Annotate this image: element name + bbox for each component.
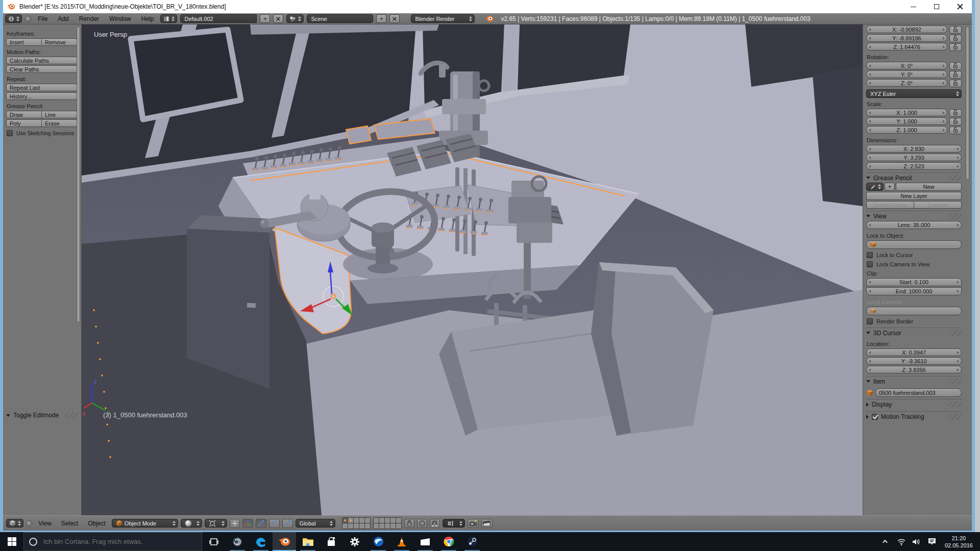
menu-add[interactable]: Add [54,15,72,22]
motion-tracking-panel-header[interactable]: Motion Tracking [866,411,962,421]
lock-rotation-z[interactable] [949,80,962,87]
rotation-z-field[interactable]: Z: 0° [866,79,947,87]
dimensions-y-field[interactable]: Y: 3.293 [866,154,962,161]
cortana-search-input[interactable] [42,537,185,546]
clear-paths-button[interactable]: Clear Paths [6,65,77,73]
taskbar-edge[interactable] [249,532,273,551]
gp-new-layer-button[interactable]: New Layer [866,192,962,200]
cursor-x-field[interactable]: X: 0.3947 [866,348,962,356]
lock-to-cursor-checkbox[interactable] [867,252,873,258]
rotate-manipulator-button[interactable] [269,519,280,528]
active-object-name-field[interactable]: 0500 fuehrerstand.003 [875,388,962,397]
taskbar-clock[interactable]: 21:20 02.05.2016 [941,535,977,549]
gp-erase-button[interactable]: Erase [42,119,77,127]
transform-orientation-select[interactable]: Global [296,519,335,528]
scene-icon-button[interactable] [286,14,304,23]
menu-view[interactable]: View [35,520,55,527]
repeat-last-button[interactable]: Repeat Last [6,84,77,91]
taskbar-chrome[interactable] [437,532,460,551]
taskbar-steam[interactable] [460,532,484,551]
delete-screen-button[interactable] [273,14,283,23]
panel-drag-handle[interactable] [948,414,962,420]
editor-type-button[interactable] [6,519,23,528]
tray-chevron-up[interactable] [879,540,893,543]
manipulator-toggle[interactable] [242,519,253,528]
panel-drag-handle[interactable] [948,330,962,336]
render-border-checkbox[interactable] [867,318,873,324]
lock-scale-y[interactable] [949,118,962,126]
rotation-x-field[interactable]: X: 0° [866,62,947,69]
taskbar-store[interactable] [320,532,343,551]
motion-tracking-checkbox[interactable] [872,414,878,420]
taskbar-blender[interactable] [273,532,296,551]
task-view-button[interactable] [202,532,226,551]
layer-2[interactable] [348,518,353,523]
gp-draw-button[interactable]: Draw [6,111,42,118]
proportional-edit-toggle[interactable] [417,519,427,528]
insert-keyframe-button[interactable]: Insert [6,38,42,46]
display-panel-header[interactable]: Display [866,399,962,409]
screen-layout-name[interactable]: Default.002 [180,14,257,23]
render-engine-select[interactable]: Blender Render [411,14,475,23]
scale-manipulator-button[interactable] [282,519,293,528]
layers-widget[interactable] [342,517,402,529]
pivot-point-select[interactable] [205,519,227,528]
taskbar-settings[interactable] [343,532,366,551]
taskbar-spiral-app[interactable] [226,532,249,551]
location-y-field[interactable]: Y: -8.99196 [866,34,947,42]
3d-viewport[interactable]: z x y User Persp (3) 1_0500 fuehrerstand… [82,24,863,515]
opengl-render-animation-button[interactable] [481,519,493,528]
history-button[interactable]: History... [6,92,77,100]
gp-draw-mode-button[interactable] [866,183,884,191]
tray-volume[interactable] [910,538,923,545]
scene-name[interactable]: Scene [307,14,373,23]
menu-file[interactable]: File [34,15,51,22]
location-x-field[interactable]: X: -0.90892 [866,26,947,33]
grease-pencil-panel-header[interactable]: Grease Pencil [866,172,962,183]
lock-location-x[interactable] [949,26,962,34]
gp-delete-frame-button[interactable]: Delete Frame [866,201,914,209]
lock-location-y[interactable] [949,35,962,42]
use-sketching-sessions-checkbox[interactable] [7,130,13,136]
lock-location-z[interactable] [949,43,962,51]
delete-scene-button[interactable] [389,14,400,23]
tray-network[interactable] [895,538,908,545]
layers-block-2[interactable] [373,517,402,529]
rotation-y-field[interactable]: Y: 0° [866,70,947,78]
scale-x-field[interactable]: X: 1.000 [866,109,947,116]
local-camera-field[interactable] [866,307,962,315]
menu-window[interactable]: Window [106,15,135,22]
remove-keyframe-button[interactable]: Remove [42,38,77,46]
view-panel-header[interactable]: View [866,211,962,221]
clip-end-field[interactable]: End: 1000.000 [866,287,962,295]
collapse-menus-toggle[interactable] [26,520,32,527]
snap-toggle[interactable] [430,519,440,528]
screen-layout-icon-button[interactable] [160,14,177,23]
editor-type-button[interactable] [5,14,22,23]
lock-to-object-field[interactable] [866,240,962,249]
opengl-render-button[interactable] [468,519,479,528]
viewport-shading-select[interactable] [181,519,202,528]
add-screen-button[interactable]: + [260,14,270,23]
translate-manipulator-button[interactable] [256,519,266,528]
gp-poly-button[interactable]: Poly [6,119,42,127]
panel-drag-handle[interactable] [948,213,962,219]
scale-z-field[interactable]: Z: 1.000 [866,126,947,134]
maximize-button[interactable] [925,0,948,13]
menu-help[interactable]: Help [138,15,158,22]
dimensions-x-field[interactable]: X: 2.830 [866,145,962,153]
gp-new-button[interactable]: New [896,183,962,191]
dimensions-z-field[interactable]: Z: 2.523 [866,162,962,170]
lock-camera-to-view-checkbox[interactable] [867,261,873,267]
item-panel-header[interactable]: Item [866,376,962,386]
lock-rotation-x[interactable] [949,62,962,70]
snap-element-select[interactable] [443,519,465,528]
rotation-mode-select[interactable]: XYZ Euler [866,89,962,98]
clip-start-field[interactable]: Start: 0.100 [866,278,962,286]
menu-render[interactable]: Render [76,15,103,22]
taskbar-movie-maker[interactable] [413,532,437,551]
panel-drag-handle[interactable] [948,379,962,385]
menu-select[interactable]: Select [58,520,82,527]
gp-convert-button[interactable]: Convert [914,201,962,209]
cortana-search-box[interactable] [23,532,202,551]
